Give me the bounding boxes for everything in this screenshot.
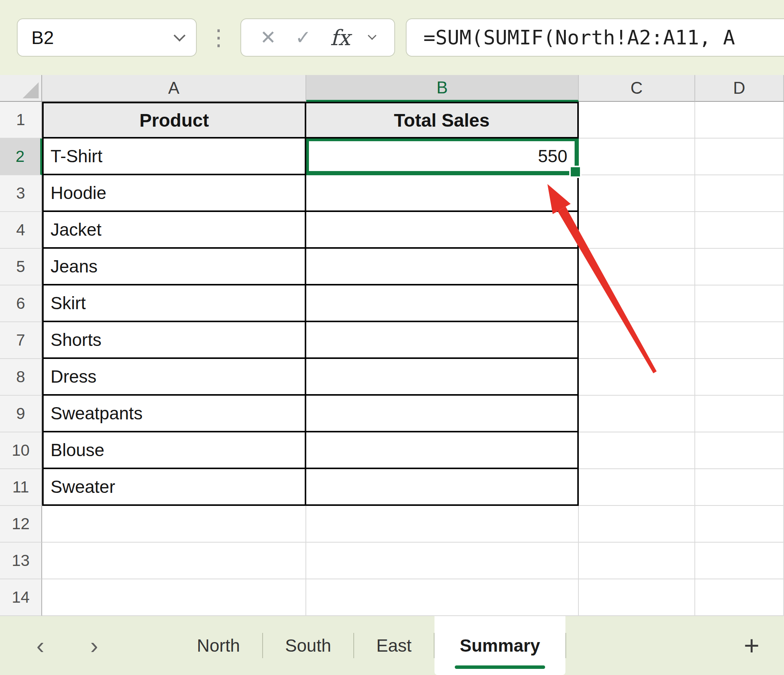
cell-D4[interactable] [695, 212, 784, 249]
cell-D14[interactable] [695, 579, 784, 616]
cell-C8[interactable] [579, 359, 695, 396]
cell-D8[interactable] [695, 359, 784, 396]
row-header-2[interactable]: 2 [0, 139, 42, 175]
column-header-D[interactable]: D [695, 75, 784, 102]
chevron-down-icon[interactable] [173, 29, 185, 41]
sheet-tab-summary-active[interactable]: Summary [434, 616, 565, 675]
cell-B3[interactable] [306, 175, 579, 212]
column-header-C[interactable]: C [579, 75, 695, 102]
cell-B13[interactable] [306, 543, 579, 579]
sheet-tabs: North South East Summary [175, 616, 566, 675]
cell-A7[interactable]: Shorts [42, 322, 306, 359]
cell-A2[interactable]: T-Shirt [42, 139, 306, 175]
cell-D2[interactable] [695, 139, 784, 175]
cell-C1[interactable] [579, 102, 695, 139]
row-header-13[interactable]: 13 [0, 543, 42, 579]
cell-C5[interactable] [579, 249, 695, 285]
cell-B6[interactable] [306, 285, 579, 322]
cell-A5[interactable]: Jeans [42, 249, 306, 285]
column-header-B[interactable]: B [306, 75, 579, 102]
formula-input[interactable]: =SUM(SUMIF(North!A2:A11, A [406, 18, 784, 57]
row-header-9[interactable]: 9 [0, 396, 42, 432]
name-box[interactable]: B2 [17, 18, 197, 57]
cell-B12[interactable] [306, 506, 579, 543]
insert-function-icon[interactable]: fx [330, 25, 350, 50]
row-header-3[interactable]: 3 [0, 175, 42, 212]
sheet-tab-north[interactable]: North [175, 616, 262, 675]
cell-C13[interactable] [579, 543, 695, 579]
cancel-icon[interactable]: ✕ [260, 26, 276, 49]
sheet-tab-south[interactable]: South [263, 616, 353, 675]
row-header-4[interactable]: 4 [0, 212, 42, 249]
cell-C4[interactable] [579, 212, 695, 249]
sheet-nav: ‹ › [0, 634, 98, 657]
cell-D13[interactable] [695, 543, 784, 579]
cell-C12[interactable] [579, 506, 695, 543]
cell-A10[interactable]: Blouse [42, 432, 306, 469]
cell-D10[interactable] [695, 432, 784, 469]
cell-D5[interactable] [695, 249, 784, 285]
prev-sheet-icon[interactable]: ‹ [36, 634, 44, 657]
cell-B2-selected[interactable]: 550 [306, 139, 579, 175]
kebab-menu-icon[interactable]: ⋮ [207, 26, 230, 49]
cell-B11[interactable] [306, 469, 579, 506]
cell-B1[interactable]: Total Sales [306, 102, 579, 139]
formula-text: =SUM(SUMIF(North!A2:A11, A [423, 26, 735, 49]
cell-A3[interactable]: Hoodie [42, 175, 306, 212]
name-box-value: B2 [31, 27, 54, 48]
row-header-10[interactable]: 10 [0, 432, 42, 469]
cell-B8[interactable] [306, 359, 579, 396]
cell-B7[interactable] [306, 322, 579, 359]
cell-A12[interactable] [42, 506, 306, 543]
cell-B5[interactable] [306, 249, 579, 285]
cell-B9[interactable] [306, 396, 579, 432]
cell-A9[interactable]: Sweatpants [42, 396, 306, 432]
row-header-14[interactable]: 14 [0, 579, 42, 616]
cell-C9[interactable] [579, 396, 695, 432]
row-header-8[interactable]: 8 [0, 359, 42, 396]
row-header-7[interactable]: 7 [0, 322, 42, 359]
select-all-triangle-icon [23, 82, 39, 98]
cell-A6[interactable]: Skirt [42, 285, 306, 322]
row-header-5[interactable]: 5 [0, 249, 42, 285]
cell-D3[interactable] [695, 175, 784, 212]
row-header-6[interactable]: 6 [0, 285, 42, 322]
cell-D9[interactable] [695, 396, 784, 432]
cell-C7[interactable] [579, 322, 695, 359]
cell-A8[interactable]: Dress [42, 359, 306, 396]
row-header-1[interactable]: 1 [0, 102, 42, 139]
excel-window: B2 ⋮ ✕ ✓ fx =SUM(SUMIF(North!A2:A11, A A… [0, 0, 784, 675]
cell-B4[interactable] [306, 212, 579, 249]
cell-D6[interactable] [695, 285, 784, 322]
cell-A4[interactable]: Jacket [42, 212, 306, 249]
next-sheet-icon[interactable]: › [90, 634, 98, 657]
cell-D12[interactable] [695, 506, 784, 543]
cell-C6[interactable] [579, 285, 695, 322]
cell-D11[interactable] [695, 469, 784, 506]
select-all-corner[interactable] [0, 75, 42, 102]
cell-B14[interactable] [306, 579, 579, 616]
cell-D7[interactable] [695, 322, 784, 359]
cell-A1[interactable]: Product [42, 102, 306, 139]
formula-bar-row: B2 ⋮ ✕ ✓ fx =SUM(SUMIF(North!A2:A11, A [0, 0, 784, 75]
cell-C10[interactable] [579, 432, 695, 469]
cell-C3[interactable] [579, 175, 695, 212]
sheet-tab-east[interactable]: East [354, 616, 434, 675]
sheet-tab-bar: ‹ › North South East Summary + [0, 616, 784, 675]
row-header-12[interactable]: 12 [0, 506, 42, 543]
enter-icon[interactable]: ✓ [295, 26, 311, 49]
cell-D1[interactable] [695, 102, 784, 139]
cell-C11[interactable] [579, 469, 695, 506]
row-header-11[interactable]: 11 [0, 469, 42, 506]
formula-controls: ✕ ✓ fx [240, 18, 395, 57]
cell-C14[interactable] [579, 579, 695, 616]
cell-A14[interactable] [42, 579, 306, 616]
cell-A11[interactable]: Sweater [42, 469, 306, 506]
column-header-A[interactable]: A [42, 75, 306, 102]
cell-B10[interactable] [306, 432, 579, 469]
chevron-down-icon[interactable] [368, 31, 377, 40]
spreadsheet-grid: A B C D 1 Product Total Sales 2 T-Shirt … [0, 75, 784, 616]
cell-A13[interactable] [42, 543, 306, 579]
add-sheet-icon[interactable]: + [744, 632, 760, 659]
cell-C2[interactable] [579, 139, 695, 175]
